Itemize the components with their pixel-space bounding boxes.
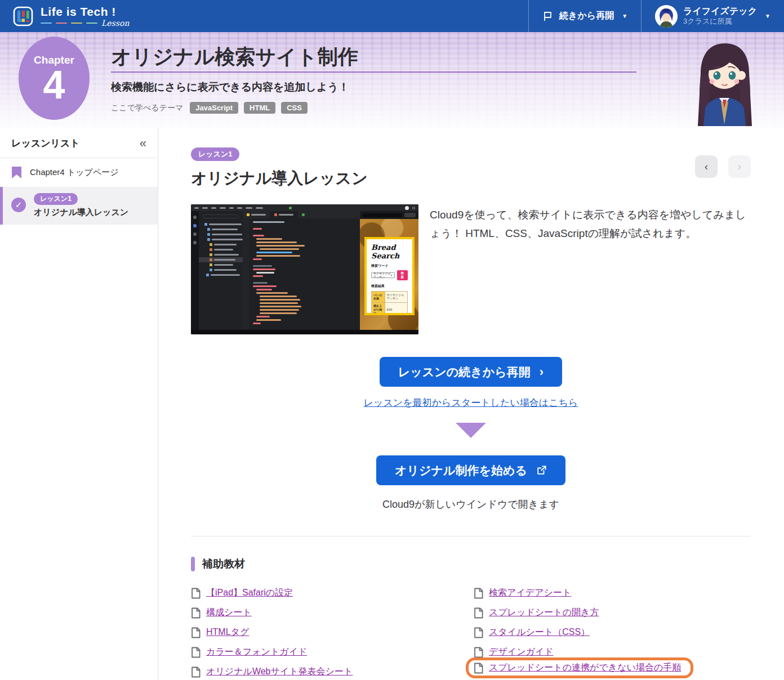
run-icon xyxy=(289,207,292,209)
user-avatar xyxy=(655,5,678,28)
material-link[interactable]: オリジナルWebサイト発表会シート xyxy=(206,666,353,678)
section-accent-bar xyxy=(191,557,195,571)
materials-section: 補助教材 【iPad】Safariの設定構成シートHTMLタグカラー＆フォントガ… xyxy=(191,557,751,680)
resume-lesson-label: レッスンの続きから再開 xyxy=(398,364,531,380)
code-line xyxy=(260,302,298,304)
file-tree-row xyxy=(199,267,243,272)
previous-lesson-button[interactable]: ‹ xyxy=(695,155,718,178)
lesson-screenshot: Bread Search 検索ワード サクサククロワッサン ▾ 検索 検索結果 xyxy=(191,204,418,334)
material-link[interactable]: スタイルシート（CSS） xyxy=(489,627,590,638)
logo-dash xyxy=(86,23,97,24)
material-link-row: HTMLタグ xyxy=(191,623,474,642)
lesson-main: ‹ › レッスン1 オリジナル導入レッスン xyxy=(158,128,784,680)
ide-menubar xyxy=(191,204,418,211)
material-link[interactable]: スプレッドシートの連携ができない場合の手順 xyxy=(489,662,681,674)
chapter-badge: Chapter 4 xyxy=(19,37,90,120)
material-link-row: スプレッドシートの開き方 xyxy=(474,603,693,623)
file-tree-row xyxy=(199,242,243,247)
file-tree-row xyxy=(199,262,243,267)
material-link-row: 検索アイデアシート xyxy=(474,583,693,603)
material-link[interactable]: HTMLタグ xyxy=(206,627,249,638)
material-link[interactable]: カラー＆フォントガイド xyxy=(206,646,307,658)
ide-code-editor xyxy=(243,218,360,330)
material-link-row: 構成シート xyxy=(191,603,474,623)
top-navbar: Life is Tech ! Lesson 続きから再開 ▼ xyxy=(0,0,784,32)
collapse-sidebar-icon[interactable]: « xyxy=(140,137,146,150)
tag-html: HTML xyxy=(244,102,275,114)
document-icon xyxy=(474,663,483,674)
search-results-label: 検索結果 xyxy=(371,284,408,289)
user-class-count: 3クラスに所属 xyxy=(683,17,757,26)
chevron-down-icon: ▼ xyxy=(622,13,627,19)
lesson-title: オリジナル導入レッスン xyxy=(191,168,751,189)
code-line xyxy=(253,323,261,324)
resume-menu[interactable]: 続きから再開 ▼ xyxy=(528,0,641,32)
document-icon xyxy=(191,647,201,658)
ide-activity-bar xyxy=(191,211,199,330)
code-line xyxy=(260,309,299,311)
chevron-right-icon: › xyxy=(540,366,544,378)
ide-tabs xyxy=(243,211,360,218)
logo-dash xyxy=(56,23,67,24)
file-tree-row xyxy=(199,237,243,242)
resume-lesson-button[interactable]: レッスンの続きから再開 › xyxy=(380,357,562,387)
resume-menu-label: 続きから再開 xyxy=(559,10,614,22)
chapter-hero: Chapter 4 オリジナル検索サイト制作 検索機能にさらに表示できる内容を追… xyxy=(0,32,784,128)
ide-file-tree xyxy=(199,211,243,330)
code-line xyxy=(253,265,272,267)
document-icon xyxy=(474,607,483,619)
sidebar-item-chapter-top[interactable]: Chapter4 トップページ xyxy=(0,158,158,187)
code-line xyxy=(256,238,282,240)
page-title: オリジナル検索サイト制作 xyxy=(111,43,358,71)
flag-icon xyxy=(542,11,554,22)
logo[interactable]: Life is Tech ! Lesson xyxy=(0,0,528,32)
document-icon xyxy=(191,666,201,678)
bread-select: サクサククロワッサン ▾ xyxy=(371,272,395,278)
restart-lesson-link[interactable]: レッスンを最初からスタートしたい場合はこちら xyxy=(364,397,578,408)
logo-title: Life is Tech ! xyxy=(41,5,129,18)
arrow-down-icon xyxy=(456,423,486,438)
code-line xyxy=(256,245,305,247)
user-menu[interactable]: ライフイズテック 3クラスに所属 ▼ xyxy=(641,0,784,32)
material-link[interactable]: スプレッドシートの開き方 xyxy=(489,607,599,619)
page-subtitle: 検索機能にさらに表示できる内容を追加しよう！ xyxy=(111,80,349,95)
next-lesson-button[interactable]: › xyxy=(728,155,751,178)
avatar-icon xyxy=(405,206,409,210)
file-tree-row xyxy=(199,247,243,252)
lesson-description: Cloud9を使って、検索サイトに表示できる内容を増やしてみましょう！ HTML… xyxy=(430,204,751,334)
material-link[interactable]: 【iPad】Safariの設定 xyxy=(206,587,293,599)
file-tree-row xyxy=(199,232,243,237)
document-icon xyxy=(474,647,483,658)
material-link[interactable]: デザインガイド xyxy=(489,646,554,658)
file-tree-row xyxy=(199,257,243,262)
bread-search-card: Bread Search 検索ワード サクサククロワッサン ▾ 検索 検索結果 xyxy=(364,237,415,315)
table-label: 焼き上がり時間 xyxy=(372,302,385,315)
code-line xyxy=(260,248,299,250)
material-link-row-highlighted: スプレッドシートの連携ができない場合の手順 xyxy=(466,657,693,678)
code-line xyxy=(253,282,268,284)
lesson-list-sidebar: レッスンリスト « Chapter4 トップページ ✓ レッスン1 オリジナル導… xyxy=(0,128,158,680)
user-name: ライフイズテック xyxy=(683,6,757,17)
code-line xyxy=(256,319,281,321)
life-is-tech-logo-icon xyxy=(12,6,34,27)
logo-dash xyxy=(41,23,52,24)
sidebar-item-lesson-1[interactable]: ✓ レッスン1 オリジナル導入レッスン xyxy=(0,187,158,225)
external-link-icon xyxy=(536,465,547,476)
themes-label: ここで学べるテーマ xyxy=(111,103,183,113)
code-line xyxy=(256,255,300,257)
code-line xyxy=(256,272,274,274)
gear-icon xyxy=(412,207,415,209)
code-line xyxy=(256,292,288,294)
document-icon xyxy=(191,627,201,638)
code-line xyxy=(260,306,301,307)
tag-javascript: JavaScript xyxy=(190,102,238,114)
material-link[interactable]: 構成シート xyxy=(206,607,252,619)
lesson-pager: ‹ › xyxy=(695,155,751,178)
bread-results-table: パンの名前サクサククロワッサン 焼き上がり時間8:00 価格280円 こだわりポ… xyxy=(371,291,408,315)
material-link[interactable]: 検索アイデアシート xyxy=(489,587,571,599)
start-original-button[interactable]: オリジナル制作を始める xyxy=(376,455,565,485)
table-value: サクサククロワッサン xyxy=(385,292,407,303)
document-icon xyxy=(191,588,201,599)
search-word-label: 検索ワード xyxy=(371,263,408,269)
file-tree-row xyxy=(199,227,243,232)
